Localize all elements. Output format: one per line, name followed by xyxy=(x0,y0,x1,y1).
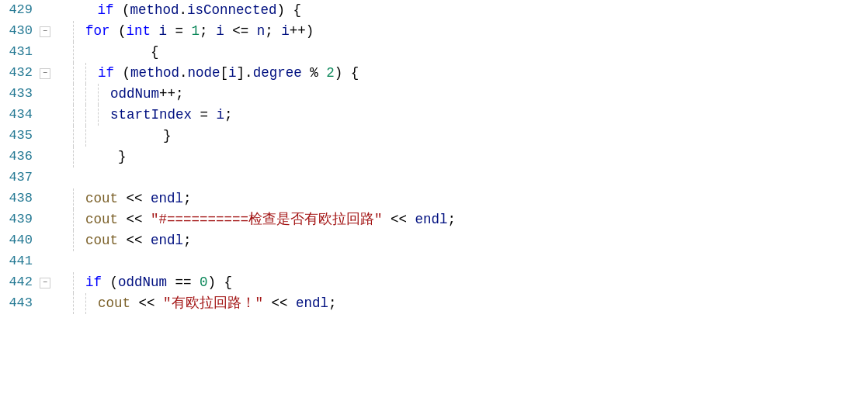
indent-guide xyxy=(73,84,74,105)
line-number: 435 xyxy=(0,126,39,146)
token-var: i xyxy=(228,63,237,84)
token-plain: ++) xyxy=(290,21,314,42)
gutter-row: 431 xyxy=(0,42,64,63)
token-plain: <= xyxy=(224,21,257,42)
gutter-row: 439 xyxy=(0,209,64,230)
code-editor: 429430−431432−43343443543643743843944044… xyxy=(0,0,868,418)
token-plain: ; xyxy=(224,105,233,126)
token-plain: . xyxy=(179,63,188,84)
line-gutter: 429430−431432−43343443543643743843944044… xyxy=(0,0,70,418)
token-plain: << xyxy=(118,188,151,209)
token-builtin: cout xyxy=(85,209,118,230)
token-prop: isConnected xyxy=(187,0,277,21)
token-var: i xyxy=(159,21,168,42)
token-num: 1 xyxy=(192,21,200,42)
indent-guide xyxy=(73,126,74,147)
fold-column[interactable]: − xyxy=(39,278,51,288)
token-var: method xyxy=(130,0,179,21)
code-line: if (oddNum == 0) { xyxy=(73,272,868,293)
code-line: { xyxy=(73,42,868,63)
fold-column[interactable]: − xyxy=(39,26,51,37)
token-var: i xyxy=(216,21,224,42)
gutter-row: 440 xyxy=(0,230,64,251)
line-number: 442 xyxy=(0,272,39,292)
token-plain: << xyxy=(130,293,163,314)
token-builtin: cout xyxy=(85,188,118,209)
code-content: if (method.isConnected) {for (int i = 1;… xyxy=(70,0,868,418)
gutter-row: 436 xyxy=(0,147,64,168)
token-num: 2 xyxy=(326,63,335,84)
code-line: oddNum++; xyxy=(73,84,868,105)
token-plain: } xyxy=(98,126,172,147)
token-var: n xyxy=(257,21,266,42)
token-plain: ; xyxy=(200,21,216,42)
token-var: i xyxy=(281,21,290,42)
token-plain: ; xyxy=(183,188,192,209)
fold-column[interactable]: − xyxy=(39,68,51,79)
token-var: method xyxy=(130,63,179,84)
token-plain: } xyxy=(85,147,127,168)
line-number: 430 xyxy=(0,21,39,41)
line-number: 440 xyxy=(0,230,39,250)
gutter-row: 432− xyxy=(0,63,64,84)
token-prop: degree xyxy=(253,63,302,84)
token-plain: ( xyxy=(114,0,130,21)
token-plain: ) { xyxy=(335,63,359,84)
token-str: "有欧拉回路！" xyxy=(163,293,263,314)
token-num: 0 xyxy=(200,272,208,293)
token-plain: { xyxy=(85,42,159,63)
token-var: oddNum xyxy=(118,272,167,293)
code-line: startIndex = i; xyxy=(73,105,868,126)
token-builtin: cout xyxy=(98,293,130,314)
indent-guide xyxy=(85,105,86,126)
fold-button[interactable]: − xyxy=(40,68,50,79)
code-line: cout << endl; xyxy=(73,230,868,251)
fold-button[interactable]: − xyxy=(40,278,50,288)
indent-guide xyxy=(73,230,74,251)
code-line: cout << "有欧拉回路！" << endl; xyxy=(73,293,868,314)
gutter-row: 429 xyxy=(0,0,64,21)
token-prop: node xyxy=(188,63,220,84)
gutter-row: 443 xyxy=(0,293,64,314)
token-plain: [ xyxy=(220,63,229,84)
code-line xyxy=(73,168,868,188)
line-number: 432 xyxy=(0,63,39,83)
indent-guide xyxy=(73,105,74,126)
indent-guide xyxy=(73,272,74,293)
token-kw: if xyxy=(85,272,102,293)
token-plain: ]. xyxy=(237,63,253,84)
token-plain: ; xyxy=(183,230,192,251)
indent-guide xyxy=(73,209,74,230)
token-plain: == xyxy=(167,272,200,293)
line-number: 443 xyxy=(0,293,39,313)
token-plain: ) { xyxy=(208,272,233,293)
token-plain: ; xyxy=(328,293,337,314)
indent-guide xyxy=(85,293,86,314)
line-number: 433 xyxy=(0,84,39,104)
token-plain: << xyxy=(263,293,296,314)
token-kw: int xyxy=(127,21,151,42)
token-builtin: cout xyxy=(85,230,118,251)
token-plain: ) { xyxy=(277,0,302,21)
fold-button[interactable]: − xyxy=(40,26,50,37)
indent-guide xyxy=(73,188,74,209)
token-var: endl xyxy=(415,209,448,230)
gutter-row: 437 xyxy=(0,168,64,188)
token-plain: ; xyxy=(265,21,281,42)
gutter-row: 442− xyxy=(0,272,64,293)
code-line: if (method.node[i].degree % 2) { xyxy=(73,63,868,84)
gutter-row: 434 xyxy=(0,105,64,126)
token-plain: ; xyxy=(448,209,457,230)
indent-guide xyxy=(73,293,74,314)
token-var: oddNum xyxy=(110,84,159,105)
indent-guide xyxy=(98,84,99,105)
line-number: 438 xyxy=(0,188,39,209)
line-number: 434 xyxy=(0,105,39,125)
gutter-row: 435 xyxy=(0,126,64,147)
token-plain: << xyxy=(383,209,415,230)
indent-guide xyxy=(73,63,74,84)
token-kw: if xyxy=(98,63,114,84)
gutter-row: 441 xyxy=(0,251,64,272)
token-var: endl xyxy=(151,188,183,209)
token-plain: << xyxy=(118,209,151,230)
